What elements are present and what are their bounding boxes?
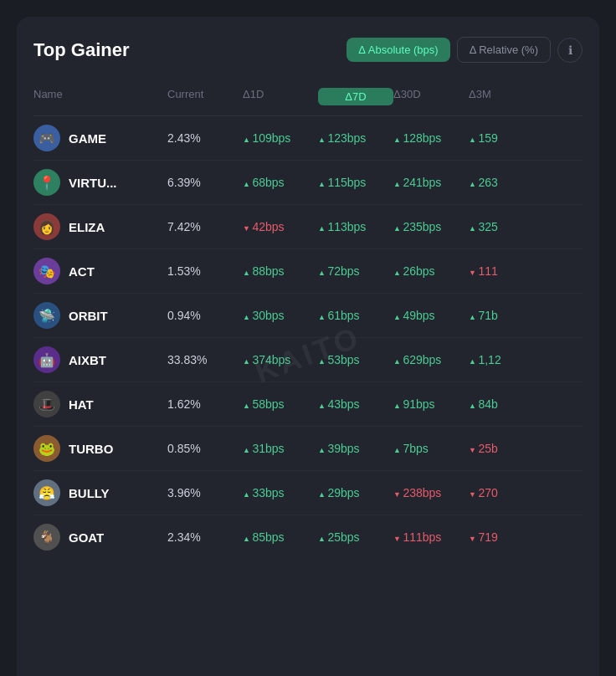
cell-value: 33bps (243, 486, 318, 499)
table-row[interactable]: 📍 VIRTU... 6.39% 68bps 115bps 241bps 263 (33, 161, 583, 205)
table-row[interactable]: 🎩 HAT 1.62% 58bps 43bps 91bps 84b (33, 382, 583, 427)
table-row[interactable]: 🎮 GAME 2.43% 109bps 123bps 128bps 159 (33, 116, 583, 161)
col-d1: Δ1D (243, 88, 318, 105)
current-value: 33.83% (167, 353, 243, 366)
token-name: ACT (69, 264, 95, 279)
cell-value: 30bps (243, 309, 318, 322)
avatar: 😤 (33, 479, 60, 506)
name-cell: 👩 ELIZA (33, 213, 167, 240)
token-name: VIRTU... (69, 176, 117, 190)
table-row[interactable]: 🐸 TURBO 0.85% 31bps 39bps 7bps 25b (33, 427, 583, 471)
current-value: 2.34% (167, 530, 243, 544)
name-cell: 📍 VIRTU... (33, 169, 167, 196)
table-row[interactable]: 🤖 AIXBT 33.83% 374bps 53bps 629bps 1,12 (33, 338, 583, 382)
cell-value: 42bps (243, 220, 318, 233)
cell-value: 115bps (318, 176, 393, 189)
cell-value: 241bps (393, 176, 469, 189)
col-d3m: Δ3M (469, 88, 536, 105)
avatar: 📍 (33, 169, 60, 196)
name-cell: 🎮 GAME (33, 125, 167, 151)
cell-value: 111 (469, 264, 536, 278)
avatar: 👩 (33, 213, 60, 240)
cell-value: 49bps (393, 309, 469, 322)
name-cell: 😤 BULLY (33, 479, 167, 506)
cell-value: 29bps (318, 486, 393, 499)
header: Top Gainer Δ Absolute (bps) Δ Relative (… (33, 37, 583, 63)
cell-value: 263 (469, 176, 536, 189)
table-row[interactable]: 🐐 GOAT 2.34% 85bps 25bps 111bps 719 (33, 515, 583, 559)
info-button[interactable]: ℹ (557, 38, 583, 63)
current-value: 7.42% (167, 220, 243, 233)
cell-value: 84b (469, 397, 536, 411)
col-current: Current (167, 88, 243, 105)
avatar: 🛸 (33, 302, 60, 329)
name-cell: 🐐 GOAT (33, 524, 167, 551)
name-cell: 🎭 ACT (33, 258, 167, 284)
col-name: Name (33, 88, 167, 105)
current-value: 3.96% (167, 486, 243, 499)
avatar: 🐸 (33, 435, 60, 462)
token-name: GAME (69, 131, 106, 146)
table-row[interactable]: 🎭 ACT 1.53% 88bps 72bps 26bps 111 (33, 249, 583, 294)
table-row[interactable]: 👩 ELIZA 7.42% 42bps 113bps 235bps 325 (33, 205, 583, 249)
name-cell: 🐸 TURBO (33, 435, 167, 462)
cell-value: 43bps (318, 397, 393, 411)
absolute-toggle-button[interactable]: Δ Absolute (bps) (346, 38, 449, 62)
table-row[interactable]: 🛸 ORBIT 0.94% 30bps 61bps 49bps 71b (33, 294, 583, 338)
cell-value: 235bps (393, 220, 469, 233)
current-value: 1.53% (167, 264, 243, 278)
cell-value: 91bps (393, 397, 469, 411)
avatar: 🤖 (33, 346, 60, 373)
current-value: 2.43% (167, 131, 243, 145)
token-name: HAT (69, 397, 94, 412)
current-value: 0.85% (167, 442, 243, 455)
table-body: 🎮 GAME 2.43% 109bps 123bps 128bps 159 📍 … (33, 116, 583, 559)
cell-value: 7bps (393, 442, 469, 455)
cell-value: 71b (469, 309, 536, 322)
cell-value: 159 (469, 131, 536, 145)
col-d30: Δ30D (393, 88, 469, 105)
name-cell: 🤖 AIXBT (33, 346, 167, 373)
cell-value: 58bps (243, 397, 318, 411)
cell-value: 374bps (243, 353, 318, 366)
cell-value: 88bps (243, 264, 318, 278)
cell-value: 25b (469, 442, 536, 455)
token-name: ELIZA (69, 220, 105, 234)
avatar: 🎩 (33, 391, 60, 417)
cell-value: 325 (469, 220, 536, 233)
table-row[interactable]: 😤 BULLY 3.96% 33bps 29bps 238bps 270 (33, 471, 583, 515)
avatar: 🐐 (33, 524, 60, 551)
name-cell: 🎩 HAT (33, 391, 167, 417)
cell-value: 85bps (243, 530, 318, 544)
card-title: Top Gainer (33, 39, 130, 61)
cell-value: 1,12 (469, 353, 536, 366)
cell-value: 111bps (393, 530, 469, 544)
avatar: 🎭 (33, 258, 60, 284)
top-gainer-card: KAITO Top Gainer Δ Absolute (bps) Δ Rela… (17, 17, 599, 676)
cell-value: 61bps (318, 309, 393, 322)
header-controls: Δ Absolute (bps) Δ Relative (%) ℹ (346, 37, 583, 63)
table-header: Name Current Δ1D Δ7D Δ30D Δ3M (33, 83, 583, 116)
col-d7[interactable]: Δ7D (318, 88, 393, 105)
cell-value: 25bps (318, 530, 393, 544)
table: Name Current Δ1D Δ7D Δ30D Δ3M 🎮 GAME 2.4… (33, 83, 583, 559)
cell-value: 113bps (318, 220, 393, 233)
current-value: 1.62% (167, 397, 243, 411)
cell-value: 31bps (243, 442, 318, 455)
avatar: 🎮 (33, 125, 60, 151)
cell-value: 26bps (393, 264, 469, 278)
cell-value: 39bps (318, 442, 393, 455)
cell-value: 72bps (318, 264, 393, 278)
cell-value: 629bps (393, 353, 469, 366)
cell-value: 68bps (243, 176, 318, 189)
current-value: 6.39% (167, 176, 243, 189)
cell-value: 123bps (318, 131, 393, 145)
relative-toggle-button[interactable]: Δ Relative (%) (457, 37, 551, 63)
cell-value: 238bps (393, 486, 469, 499)
cell-value: 270 (469, 486, 536, 499)
cell-value: 109bps (243, 131, 318, 145)
token-name: BULLY (69, 486, 110, 500)
token-name: GOAT (69, 530, 104, 545)
cell-value: 128bps (393, 131, 469, 145)
current-value: 0.94% (167, 309, 243, 322)
